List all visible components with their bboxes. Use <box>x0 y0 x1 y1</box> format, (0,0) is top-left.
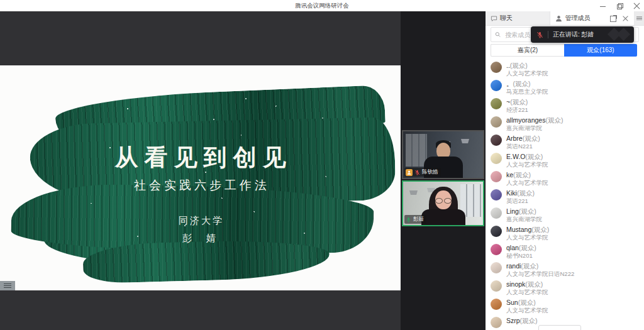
member-text: ~(观众) 经济221 <box>506 98 528 113</box>
member-row[interactable]: ke(观众) 人文与艺术学院 <box>491 171 644 185</box>
member-role: (观众) <box>545 116 563 124</box>
video-thumbnail-column: 陈钦皓 彭婧 <box>401 11 486 330</box>
member-dept: 人文与艺术学院 <box>506 234 549 241</box>
member-role: (观众) <box>519 207 536 215</box>
member-name: qlan(观众) <box>506 244 536 251</box>
member-row[interactable]: Mustang(观众) 人文与艺术学院 <box>491 226 644 239</box>
avatar <box>491 153 502 164</box>
close-panel-icon[interactable] <box>622 15 629 22</box>
participant-name: 陈钦皓 <box>422 168 438 176</box>
member-dept: 人文与艺术学院 <box>506 179 548 186</box>
avatar <box>491 80 502 91</box>
tab-manage-members[interactable]: 管理成员 <box>550 11 634 25</box>
mic-muted-icon <box>536 31 543 38</box>
slide-nav-button[interactable] <box>0 281 15 290</box>
member-dept: 经济221 <box>506 106 528 113</box>
member-dept: 嘉兴南湖学院 <box>506 124 563 131</box>
member-text: randi(观众) 人文与艺术学院日语N222 <box>506 262 574 277</box>
mic-active-icon <box>406 217 411 223</box>
member-text: Arbre(观众) 英语N221 <box>506 135 540 150</box>
mic-muted-icon <box>414 170 420 175</box>
avatar <box>491 226 502 237</box>
member-name: ke(观众) <box>506 171 548 179</box>
panel-tabbar: 聊天 管理成员 <box>486 11 644 26</box>
member-text: ..(观众) 人文与艺术学院 <box>506 62 548 77</box>
speaking-toast: 正在讲话: 彭婧 <box>531 26 634 43</box>
video-name-label: 彭婧 <box>404 215 426 224</box>
glasses <box>435 198 452 202</box>
member-role: (观众) <box>523 135 540 142</box>
member-name: allmyoranges(观众) <box>506 116 563 124</box>
bottom-action-button[interactable] <box>538 325 581 330</box>
tab-chat-label: 聊天 <box>500 14 513 23</box>
video-thumbnail-guest[interactable]: 陈钦皓 <box>402 130 484 179</box>
member-row[interactable]: Kiki(观众) 英语221 <box>491 189 644 203</box>
member-role: (观众) <box>510 98 528 106</box>
window-titlebar: 腾讯会议网络研讨会 <box>0 0 644 11</box>
avatar <box>491 189 502 201</box>
restore-icon[interactable] <box>616 3 623 9</box>
member-row[interactable]: Sun(观众) 人文与艺术学院 <box>491 299 644 312</box>
member-row[interactable]: Arbre(观众) 英语N221 <box>491 135 644 148</box>
member-dept: 人文与艺术学院日语N222 <box>506 270 574 277</box>
member-name: randi(观众) <box>506 262 574 270</box>
segment-guests[interactable]: 嘉宾(2) <box>491 44 564 57</box>
member-text: E.W.O(观众) 人文与艺术学院 <box>506 153 548 168</box>
member-role: (观众) <box>520 317 538 324</box>
member-text: Ling(观众) 嘉兴南湖学院 <box>506 207 542 223</box>
avatar <box>491 244 502 255</box>
window-title: 腾讯会议网络研讨会 <box>295 2 349 10</box>
avatar <box>491 171 502 182</box>
member-row[interactable]: ~(观众) 经济221 <box>491 98 644 112</box>
member-role: (观众) <box>519 244 536 251</box>
member-name: Mustang(观众) <box>506 226 549 233</box>
avatar <box>491 280 502 292</box>
member-row[interactable]: E.W.O(观众) 人文与艺术学院 <box>491 153 644 167</box>
member-role: (观众) <box>513 171 531 179</box>
member-name: Ling(观众) <box>506 207 542 215</box>
tab-chat[interactable]: 聊天 <box>486 11 550 25</box>
member-row[interactable]: Ling(观众) 嘉兴南湖学院 <box>491 207 644 221</box>
participant-name: 彭婧 <box>413 216 424 223</box>
ceiling-lamp <box>461 139 469 143</box>
member-row[interactable]: allmyoranges(观众) 嘉兴南湖学院 <box>491 116 644 130</box>
minimize-icon[interactable] <box>599 3 606 9</box>
slide-subtitle: 社会实践六步工作法 <box>0 177 401 194</box>
member-role: (观众) <box>525 280 543 288</box>
member-name: 。(观众) <box>506 80 548 87</box>
avatar <box>491 317 502 328</box>
member-dept: 嘉兴南湖学院 <box>506 216 542 223</box>
speaking-label: 正在讲话: 彭婧 <box>553 30 594 39</box>
shared-slide: 从看见到创见 社会实践六步工作法 同济大学 彭 婧 <box>0 65 401 290</box>
member-name: Arbre(观众) <box>506 135 540 142</box>
member-row[interactable]: 。(观众) 马克思主义学院 <box>491 80 644 94</box>
member-row[interactable]: randi(观众) 人文与艺术学院日语N222 <box>491 262 644 276</box>
members-panel: 聊天 管理成员 正在讲话: 彭婧 嘉宾(2) 观众(163) <box>486 11 644 330</box>
participant-body <box>421 209 465 226</box>
close-icon[interactable] <box>633 3 640 9</box>
list-icon <box>4 282 11 289</box>
member-text: Szrp(观众) <box>506 317 538 325</box>
member-text: qlan(观众) 秘书N201 <box>506 244 536 259</box>
member-text: sinopk(观众) 人文与艺术学院 <box>506 280 548 295</box>
member-row[interactable]: ..(观众) 人文与艺术学院 <box>491 62 644 75</box>
member-dept: 秘书N201 <box>506 252 536 259</box>
member-dept: 人文与艺术学院 <box>506 289 548 295</box>
member-text: allmyoranges(观众) 嘉兴南湖学院 <box>506 116 563 131</box>
segment-audience[interactable]: 观众(163) <box>564 44 637 57</box>
tab-members-label: 管理成员 <box>565 14 590 23</box>
member-row[interactable]: sinopk(观众) 人文与艺术学院 <box>491 280 644 294</box>
member-row[interactable]: qlan(观众) 秘书N201 <box>491 244 644 258</box>
member-role: (观众) <box>525 153 543 160</box>
panel-menu-handle[interactable] <box>634 11 644 25</box>
member-list[interactable]: ..(观众) 人文与艺术学院 。(观众) 马克思主义学院 ~(观众) 经济221… <box>486 60 644 330</box>
member-text: Mustang(观众) 人文与艺术学院 <box>506 226 549 241</box>
avatar <box>491 62 502 73</box>
avatar <box>491 135 502 146</box>
presentation-stage: 从看见到创见 社会实践六步工作法 同济大学 彭 婧 陈钦皓 <box>0 11 486 330</box>
popout-icon[interactable] <box>610 15 617 22</box>
avatar <box>491 299 502 310</box>
member-dept: 英语N221 <box>506 143 540 150</box>
video-thumbnail-speaker[interactable]: 彭婧 <box>402 180 484 226</box>
avatar <box>491 116 502 128</box>
